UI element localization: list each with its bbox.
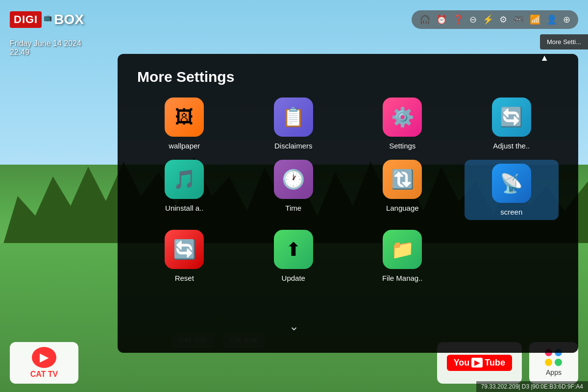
adjust-icon: 🔄 <box>492 98 531 137</box>
uninstall-icon: 🎵 <box>165 160 204 199</box>
cattv-label: CAT TV <box>30 370 58 379</box>
dot-green <box>555 359 562 366</box>
settings-item-language[interactable]: 🔃 Language <box>355 160 450 220</box>
user-icon: 👤 <box>546 14 557 25</box>
settings-item-filemanager[interactable]: 📁 File Manag.. <box>355 230 450 282</box>
update-icon: ⬆ <box>274 230 313 269</box>
dot-yellow <box>545 359 552 366</box>
time-label: Time <box>285 204 301 212</box>
plus-circle-icon: ⊕ <box>563 14 570 25</box>
help-icon: ❓ <box>453 14 464 25</box>
screen-label: screen <box>500 208 522 216</box>
scroll-down-arrow[interactable]: ⌄ <box>289 319 299 333</box>
settings-item-update[interactable]: ⬆ Update <box>246 230 341 282</box>
filemanager-label: File Manag.. <box>382 274 423 282</box>
cattv-icon: ▶ <box>32 347 56 368</box>
logo-digi: DIGI <box>10 11 42 28</box>
logo-box: BOX <box>54 12 84 27</box>
settings-item-disclaimers[interactable]: 📋 Disclaimers <box>246 98 341 150</box>
controller-icon: 🎮 <box>513 14 524 25</box>
time-icon: 🕐 <box>274 160 313 199</box>
disclaimers-label: Disclaimers <box>274 142 313 150</box>
wallpaper-icon: 🖼 <box>165 98 204 137</box>
scroll-up-arrow[interactable]: ▲ <box>540 53 549 63</box>
reset-label: Reset <box>175 274 194 282</box>
apps-label: Apps <box>546 368 562 376</box>
more-settings-tab[interactable]: More Setti... <box>540 34 588 49</box>
more-settings-panel: More Settings 🖼 wallpaper 📋 Disclaimers … <box>118 54 578 353</box>
panel-title: More Settings <box>137 69 559 85</box>
status-icons-bar: 🎧 ⏰ ❓ ⊖ ⚡ ⚙ 🎮 📶 👤 ⊕ <box>412 10 578 29</box>
minus-icon: ⊖ <box>469 14 477 25</box>
dock-item-cattv[interactable]: ▶ CAT TV <box>10 342 78 384</box>
tv-icon: 📺 <box>44 14 52 22</box>
youtube-icon: You▶Tube <box>447 355 512 371</box>
reset-icon: 🔄 <box>165 230 204 269</box>
time-label: 22:49 <box>10 48 81 57</box>
datetime-display: Friday June 14 2024 22:49 <box>10 39 81 57</box>
settings-item-wallpaper[interactable]: 🖼 wallpaper <box>137 98 232 150</box>
date-label: Friday June 14 2024 <box>10 39 81 48</box>
language-icon: 🔃 <box>383 160 422 199</box>
headphone-icon: 🎧 <box>419 14 430 25</box>
status-bar: 79.33.202.209| D3 |90:0E:B3:6D:9F:A4 <box>476 381 588 392</box>
settings-item-reset[interactable]: 🔄 Reset <box>137 230 232 282</box>
bluetooth-icon: ⚙ <box>499 14 507 25</box>
top-bar: DIGI 📺 BOX 🎧 ⏰ ❓ ⊖ ⚡ ⚙ 🎮 📶 👤 ⊕ <box>0 0 588 39</box>
settings-item-uninstall[interactable]: 🎵 Uninstall a.. <box>137 160 232 220</box>
update-label: Update <box>282 274 305 282</box>
filemanager-icon: 📁 <box>383 230 422 269</box>
wallpaper-label: wallpaper <box>169 142 200 150</box>
settings-label: Settings <box>389 142 416 150</box>
settings-item-adjust[interactable]: 🔄 Adjust the.. <box>465 98 559 150</box>
settings-icon: ⚙️ <box>383 98 422 137</box>
wifi-icon: 📶 <box>530 14 540 25</box>
logo: DIGI 📺 BOX <box>10 11 84 28</box>
settings-item-settings[interactable]: ⚙️ Settings <box>355 98 450 150</box>
lightning-icon: ⚡ <box>483 14 493 25</box>
settings-item-time[interactable]: 🕐 Time <box>246 160 341 220</box>
settings-grid: 🖼 wallpaper 📋 Disclaimers ⚙️ Settings 🔄 … <box>137 98 559 282</box>
settings-item-screen[interactable]: 📡 screen <box>465 160 559 220</box>
uninstall-label: Uninstall a.. <box>165 204 203 212</box>
screen-icon: 📡 <box>492 164 531 203</box>
alarm-icon: ⏰ <box>436 14 447 25</box>
disclaimers-icon: 📋 <box>274 98 313 137</box>
adjust-label: Adjust the.. <box>493 142 530 150</box>
language-label: Language <box>386 204 419 212</box>
